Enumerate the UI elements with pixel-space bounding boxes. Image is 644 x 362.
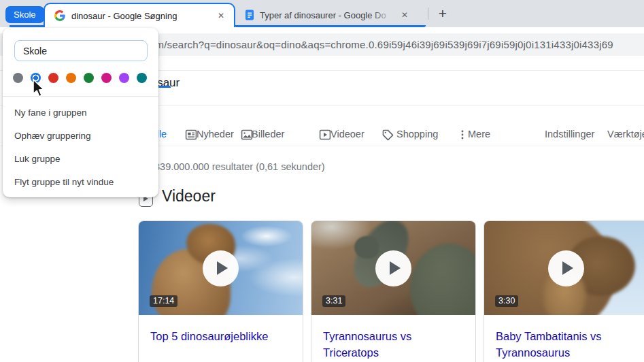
tools-button[interactable]: Værktøjer: [607, 129, 644, 139]
dinosaur-figure: [354, 236, 379, 259]
video-thumbnail[interactable]: 3:30: [484, 221, 644, 315]
results-stats: 839.000.000 resultater (0,61 sekunder): [154, 161, 325, 172]
video-duration: 3:31: [322, 295, 345, 307]
menu-divider: [3, 96, 158, 97]
nav-tab-images[interactable]: Billeder: [252, 129, 284, 139]
settings-button[interactable]: Indstillinger: [545, 129, 594, 139]
video-title-link[interactable]: Top 5 dinosaurøjeblikke: [150, 329, 291, 345]
tab-dinosaur-docs[interactable]: Typer af dinosaurer - Google Do ✕: [238, 4, 416, 26]
close-tab-icon[interactable]: ✕: [399, 9, 411, 21]
color-swatch-grey[interactable]: [13, 73, 23, 83]
color-swatch-pink[interactable]: [101, 73, 112, 83]
close-tab-icon[interactable]: ✕: [215, 10, 227, 22]
video-title-link[interactable]: Tyrannosaurus vs Triceratops: [323, 329, 464, 361]
menu-item-move-group-to-new-window[interactable]: Flyt gruppe til nyt vindue: [3, 170, 158, 193]
tab-separator: [428, 7, 428, 20]
nav-tab-news[interactable]: Nyheder: [197, 129, 234, 139]
play-button-icon[interactable]: [548, 250, 584, 286]
color-swatch-red[interactable]: [48, 73, 58, 83]
video-card[interactable]: 3:30 Baby Tambatitanis vs Tyrannosaurus: [484, 220, 644, 362]
dinosaur-figure: [410, 244, 475, 315]
video-card[interactable]: 17:14 Top 5 dinosaurøjeblikke: [138, 220, 303, 362]
more-icon: [456, 129, 469, 141]
nav-tab-more[interactable]: Mere: [468, 129, 490, 139]
shopping-icon: [382, 129, 394, 141]
color-swatch-green[interactable]: [84, 73, 94, 83]
nav-tab-videos[interactable]: Videoer: [331, 129, 365, 139]
video-thumbnail[interactable]: 3:31: [311, 221, 475, 315]
group-name-input[interactable]: [14, 40, 148, 61]
video-duration: 17:14: [150, 295, 177, 307]
play-button-icon[interactable]: [203, 250, 239, 286]
news-icon: [185, 129, 197, 141]
color-swatch-orange[interactable]: [66, 73, 76, 83]
videos-icon: [319, 129, 331, 141]
videos-section-title: Videoer: [162, 187, 216, 205]
color-swatch-teal[interactable]: [137, 73, 147, 83]
tab-group-editor-popup: Ny fane i gruppen Ophæv gruppering Luk g…: [3, 28, 158, 197]
tab-dinosaur-search[interactable]: dinosaur - Google Søgning ✕: [44, 3, 235, 27]
play-button-icon[interactable]: [375, 250, 411, 286]
group-menu: Ny fane i gruppen Ophæv gruppering Luk g…: [3, 101, 158, 193]
video-thumbnail[interactable]: 17:14: [139, 221, 303, 315]
google-favicon-icon: [54, 10, 65, 21]
tab-title: dinosaur - Google Søgning: [71, 11, 215, 21]
mouse-cursor: [33, 79, 48, 99]
video-duration: 3:30: [495, 295, 518, 307]
url-text: om/search?q=dinosaur&oq=dino&aqs=chrome.…: [150, 33, 613, 56]
nav-tab-shopping[interactable]: Shopping: [396, 129, 438, 139]
video-card[interactable]: 3:31 Tyrannosaurus vs Triceratops: [311, 220, 476, 362]
video-title-link[interactable]: Baby Tambatitanis vs Tyrannosaurus: [496, 329, 637, 361]
new-tab-button[interactable]: +: [434, 5, 452, 22]
tab-title: Typer af dinosaurer - Google Do: [260, 9, 399, 21]
menu-item-ungroup[interactable]: Ophæv gruppering: [3, 124, 158, 147]
tab-strip: Skole dinosaur - Google Søgning ✕ Typer …: [0, 0, 644, 27]
menu-item-new-tab-in-group[interactable]: Ny fane i gruppen: [3, 101, 158, 124]
menu-item-close-group[interactable]: Luk gruppe: [3, 147, 158, 170]
google-docs-favicon-icon: [245, 10, 254, 20]
tab-group-chip[interactable]: Skole: [5, 6, 44, 23]
color-swatch-purple[interactable]: [119, 73, 129, 83]
